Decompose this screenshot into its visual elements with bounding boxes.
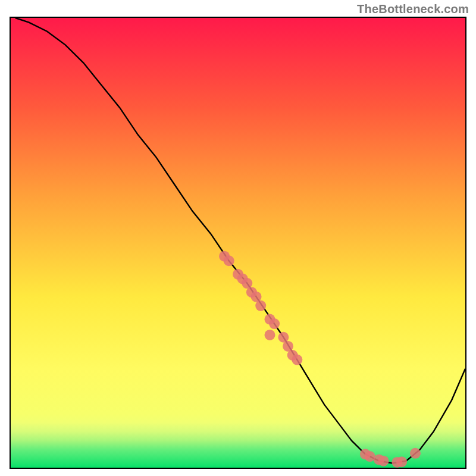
- gradient-background: [11, 18, 465, 468]
- chart-container: TheBottleneck.com: [0, 0, 476, 476]
- watermark-label: TheBottleneck.com: [357, 2, 469, 16]
- plot-frame: [10, 17, 466, 469]
